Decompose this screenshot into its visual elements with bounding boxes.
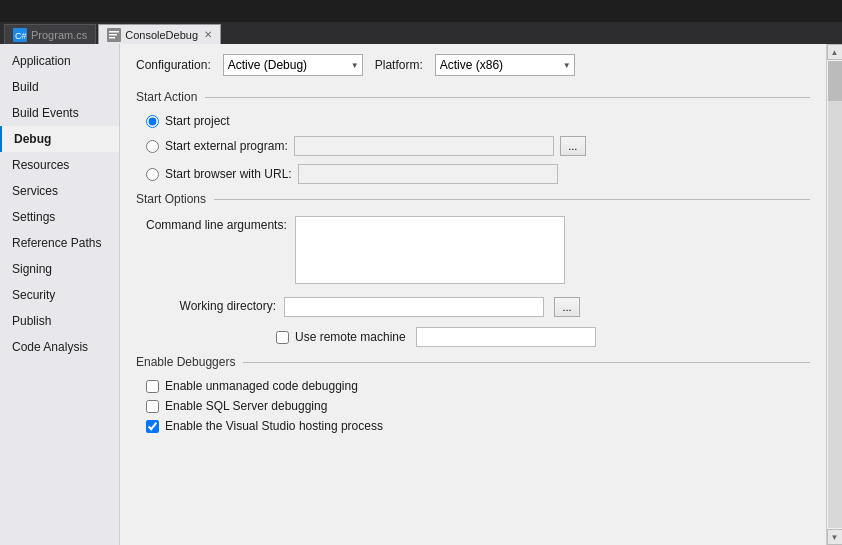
svg-rect-4	[109, 34, 117, 36]
working-directory-input[interactable]	[284, 297, 544, 317]
tab-program-cs-label: Program.cs	[31, 29, 87, 41]
start-external-input[interactable]	[294, 136, 554, 156]
sql-server-checkbox[interactable]	[146, 400, 159, 413]
sidebar-item-services[interactable]: Services	[0, 178, 119, 204]
working-directory-browse-button[interactable]: ...	[554, 297, 580, 317]
use-remote-checkbox[interactable]	[276, 331, 289, 344]
command-line-args-row: Command line arguments:	[136, 216, 810, 287]
start-external-label[interactable]: Start external program:	[165, 139, 288, 153]
remote-machine-input[interactable]	[416, 327, 596, 347]
tab-bar: C# Program.cs ConsoleDebug ✕	[0, 22, 842, 44]
sidebar-item-application[interactable]: Application	[0, 48, 119, 74]
start-project-radio[interactable]	[146, 115, 159, 128]
svg-rect-5	[109, 37, 115, 39]
start-browser-option: Start browser with URL:	[136, 164, 810, 184]
svg-text:C#: C#	[15, 31, 27, 41]
hosting-process-row: Enable the Visual Studio hosting process	[136, 419, 810, 433]
svg-rect-3	[109, 31, 119, 33]
unmanaged-code-label[interactable]: Enable unmanaged code debugging	[165, 379, 358, 393]
sql-server-row: Enable SQL Server debugging	[136, 399, 810, 413]
start-external-radio[interactable]	[146, 140, 159, 153]
tab-close-button[interactable]: ✕	[204, 29, 212, 40]
settings-file-icon	[107, 28, 121, 42]
start-options-section-header: Start Options	[136, 192, 810, 206]
sql-server-label[interactable]: Enable SQL Server debugging	[165, 399, 327, 413]
start-project-option: Start project	[136, 114, 810, 128]
sidebar-item-build-events[interactable]: Build Events	[0, 100, 119, 126]
sidebar-item-resources[interactable]: Resources	[0, 152, 119, 178]
start-browser-radio[interactable]	[146, 168, 159, 181]
configuration-select[interactable]: Active (Debug) Debug Release All Configu…	[223, 54, 363, 76]
start-external-option: Start external program: ...	[136, 136, 810, 156]
working-directory-label: Working directory:	[146, 297, 276, 313]
tab-console-debug-label: ConsoleDebug	[125, 29, 198, 41]
start-browser-label[interactable]: Start browser with URL:	[165, 167, 292, 181]
platform-select[interactable]: Active (x86) x86 x64 Any CPU	[435, 54, 575, 76]
working-directory-row: Working directory: ...	[136, 297, 810, 317]
title-bar	[0, 0, 842, 22]
configuration-label: Configuration:	[136, 58, 211, 72]
command-line-label: Command line arguments:	[146, 216, 287, 232]
sidebar-item-publish[interactable]: Publish	[0, 308, 119, 334]
hosting-process-label[interactable]: Enable the Visual Studio hosting process	[165, 419, 383, 433]
sidebar-item-code-analysis[interactable]: Code Analysis	[0, 334, 119, 360]
start-project-label[interactable]: Start project	[165, 114, 230, 128]
sidebar: Application Build Build Events Debug Res…	[0, 44, 120, 545]
sidebar-item-signing[interactable]: Signing	[0, 256, 119, 282]
use-remote-machine-row: Use remote machine	[266, 327, 810, 347]
use-remote-label[interactable]: Use remote machine	[295, 330, 406, 344]
scrollbar-track[interactable]	[828, 61, 842, 528]
configuration-select-wrapper: Active (Debug) Debug Release All Configu…	[223, 54, 363, 76]
start-external-browse-button[interactable]: ...	[560, 136, 586, 156]
command-line-textarea[interactable]	[295, 216, 565, 284]
start-options-divider	[214, 199, 810, 200]
sidebar-item-debug[interactable]: Debug	[0, 126, 119, 152]
enable-debuggers-section-header: Enable Debuggers	[136, 355, 810, 369]
start-options-title: Start Options	[136, 192, 206, 206]
start-action-divider	[205, 97, 810, 98]
sidebar-item-reference-paths[interactable]: Reference Paths	[0, 230, 119, 256]
unmanaged-code-row: Enable unmanaged code debugging	[136, 379, 810, 393]
platform-select-wrapper: Active (x86) x86 x64 Any CPU	[435, 54, 575, 76]
start-action-section-header: Start Action	[136, 90, 810, 104]
content-area: Configuration: Active (Debug) Debug Rele…	[120, 44, 826, 545]
sidebar-item-security[interactable]: Security	[0, 282, 119, 308]
main-layout: Application Build Build Events Debug Res…	[0, 44, 842, 545]
content-inner: Configuration: Active (Debug) Debug Rele…	[120, 44, 826, 545]
sidebar-item-settings[interactable]: Settings	[0, 204, 119, 230]
enable-debuggers-title: Enable Debuggers	[136, 355, 235, 369]
sidebar-item-build[interactable]: Build	[0, 74, 119, 100]
hosting-process-checkbox[interactable]	[146, 420, 159, 433]
scrollbar-up-arrow[interactable]: ▲	[827, 44, 843, 60]
cs-file-icon: C#	[13, 28, 27, 42]
config-row: Configuration: Active (Debug) Debug Rele…	[136, 54, 810, 76]
tab-console-debug[interactable]: ConsoleDebug ✕	[98, 24, 221, 44]
enable-debuggers-divider	[243, 362, 810, 363]
start-action-title: Start Action	[136, 90, 197, 104]
start-browser-input[interactable]	[298, 164, 558, 184]
content-scrollbar: ▲ ▼	[826, 44, 842, 545]
command-line-textarea-wrapper	[295, 216, 565, 287]
tab-program-cs[interactable]: C# Program.cs	[4, 24, 96, 44]
scrollbar-thumb[interactable]	[828, 61, 842, 101]
platform-label: Platform:	[375, 58, 423, 72]
unmanaged-code-checkbox[interactable]	[146, 380, 159, 393]
scrollbar-down-arrow[interactable]: ▼	[827, 529, 843, 545]
